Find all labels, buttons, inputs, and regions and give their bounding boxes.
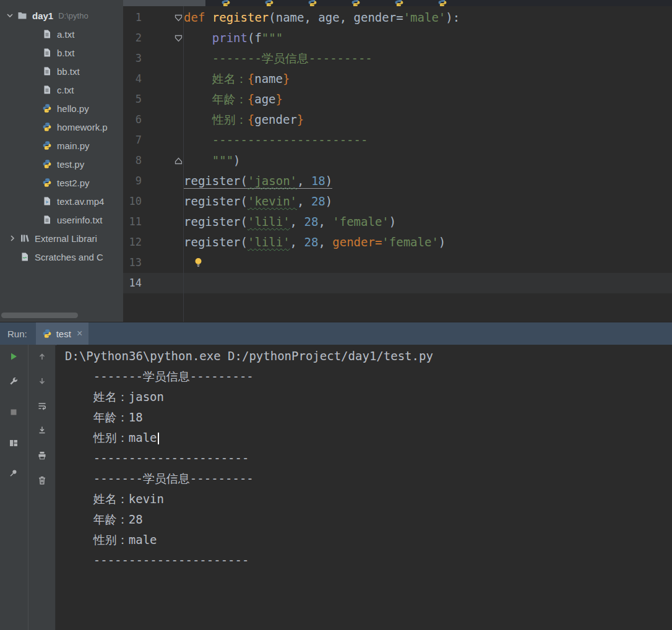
project-tree-item[interactable]: bb.txt (0, 62, 123, 80)
code-line-12[interactable]: register('lili', 28, gender='female') (184, 232, 446, 252)
console-line: 性别：male (65, 530, 672, 550)
fold-end-icon[interactable] (174, 150, 183, 171)
run-label: Run: (7, 329, 27, 339)
project-tree-node[interactable]: Scratches and C (0, 248, 123, 266)
down-button[interactable] (31, 371, 53, 394)
code-line-6[interactable]: 性别：{gender} (184, 110, 304, 130)
code-line-11[interactable]: register('lili', 28, 'female') (184, 212, 396, 232)
console-line: -------学员信息--------- (65, 468, 672, 489)
scroll-to-end-button[interactable] (31, 420, 53, 442)
project-tree-item[interactable]: a.txt (0, 25, 123, 43)
code-editor[interactable]: 1234567891011121314 def register(name, a… (123, 6, 672, 322)
project-tree-item[interactable]: homework.p (0, 118, 123, 136)
up-button[interactable] (31, 347, 53, 369)
restore-layout-button[interactable] (2, 433, 25, 455)
line-number: 10 (123, 191, 142, 212)
stop-button[interactable] (2, 402, 25, 425)
line-number: 3 (123, 48, 142, 69)
restore-layout-icon (9, 438, 19, 451)
line-number: 2 (123, 28, 142, 48)
run-toolbar-right-column (28, 345, 56, 630)
project-tool-window: day1D:\pythoa.txtb.txtbb.txtc.txthello.p… (0, 0, 123, 322)
project-tree: day1D:\pythoa.txtb.txtbb.txtc.txthello.p… (0, 6, 123, 266)
code-line-4[interactable]: 姓名：{name} (184, 69, 290, 89)
project-tree-item[interactable]: text.av.mp4 (0, 192, 123, 210)
hidden-tab-python-file-icon (351, 0, 358, 5)
run-tool-window-header: Run: test × (0, 322, 672, 345)
console-line: 年龄：28 (65, 509, 672, 530)
console-line: 姓名：jason (65, 387, 672, 407)
project-root-name: day1 (32, 11, 53, 21)
text-file-icon (42, 85, 52, 95)
line-number: 5 (123, 89, 142, 110)
print-button[interactable] (31, 446, 53, 468)
stop-icon (9, 407, 19, 420)
tree-item-label: test2.py (57, 178, 90, 188)
console-line: ---------------------- (65, 550, 672, 571)
code-line-2[interactable]: print(f""" (184, 28, 283, 48)
chevron-right-icon (7, 233, 17, 243)
down-icon (37, 376, 47, 389)
python-file-icon (42, 159, 52, 169)
active-editor-tab[interactable] (123, 0, 205, 6)
fold-start-icon[interactable] (174, 28, 183, 48)
intention-bulb-icon[interactable] (193, 257, 204, 268)
text-file-icon (42, 215, 52, 225)
python-file-icon (42, 140, 52, 150)
project-tree-node[interactable]: External Librari (0, 229, 123, 248)
project-tree-item[interactable]: b.txt (0, 43, 123, 62)
tree-item-label: userinfo.txt (57, 215, 102, 225)
project-horizontal-scrollbar[interactable] (1, 313, 78, 318)
line-number: 4 (123, 69, 142, 89)
python-file-icon (42, 178, 52, 188)
pin-button[interactable] (2, 464, 25, 486)
clear-button[interactable] (31, 470, 53, 493)
project-tree-item[interactable]: c.txt (0, 80, 123, 99)
close-tab-icon[interactable]: × (77, 329, 82, 339)
run-console: D:\Python36\python.exe D:/pythonProject/… (0, 345, 672, 630)
hidden-tab-python-file-icon (437, 0, 445, 5)
line-number: 1 (123, 7, 142, 28)
code-line-7[interactable]: ---------------------- (184, 130, 368, 150)
console-line: -------学员信息--------- (65, 366, 672, 387)
tree-item-label: c.txt (57, 85, 74, 95)
hidden-tab-python-file-icon (308, 0, 315, 5)
text-file-icon (42, 48, 52, 58)
tree-item-label: hello.py (57, 103, 89, 114)
project-tree-item[interactable]: hello.py (0, 99, 123, 118)
line-number: 14 (123, 273, 142, 293)
hidden-tab-python-file-icon (221, 0, 228, 5)
rerun-icon (9, 352, 19, 364)
code-line-8[interactable]: """) (184, 150, 241, 171)
project-tree-item[interactable]: userinfo.txt (0, 210, 123, 229)
tree-node-label: External Librari (35, 233, 97, 244)
pycharm-window: day1D:\pythoa.txtb.txtbb.txtc.txthello.p… (0, 0, 672, 630)
fold-start-icon[interactable] (174, 7, 183, 28)
python-file-icon (42, 122, 52, 132)
rerun-button[interactable] (2, 347, 25, 369)
code-line-5[interactable]: 年龄：{age} (184, 89, 283, 110)
project-tree-item[interactable]: test.py (0, 155, 123, 173)
line-number: 9 (123, 171, 142, 191)
project-tree-item[interactable]: main.py (0, 136, 123, 155)
settings-button[interactable] (2, 371, 25, 394)
code-line-9[interactable]: register('jason', 18) (184, 171, 332, 191)
run-console-output[interactable]: D:\Python36\python.exe D:/pythonProject/… (56, 345, 672, 630)
project-root-item[interactable]: day1D:\pytho (0, 6, 123, 25)
code-line-10[interactable]: register('kevin', 28) (184, 191, 332, 212)
line-number: 8 (123, 150, 142, 171)
tree-item-label: test.py (57, 159, 84, 170)
hidden-tab-python-file-icon (264, 0, 272, 5)
line-number: 11 (123, 212, 142, 232)
tree-item-label: text.av.mp4 (57, 196, 104, 207)
editor-tabbar-strip (123, 0, 672, 6)
code-line-1[interactable]: def register(name, age, gender='male'): (184, 7, 460, 28)
project-tree-item[interactable]: test2.py (0, 173, 123, 192)
code-line-3[interactable]: -------学员信息--------- (184, 48, 373, 69)
soft-wrap-button[interactable] (31, 396, 53, 418)
text-caret (158, 433, 159, 444)
tree-item-label: main.py (57, 140, 90, 151)
run-tab-test[interactable]: test × (36, 322, 89, 345)
console-line: 年龄：18 (65, 407, 672, 428)
media-file-icon (42, 196, 52, 206)
